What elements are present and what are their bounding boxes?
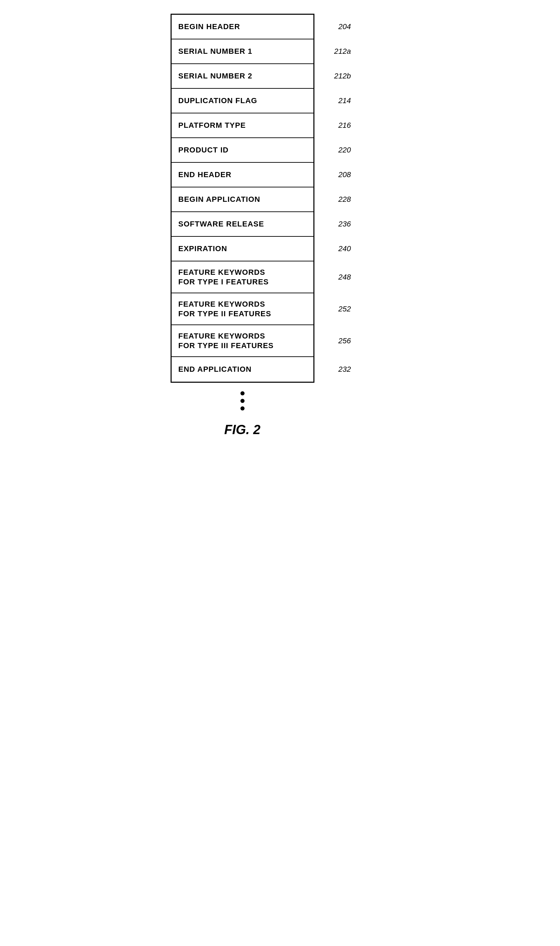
ref-num-expiration: 240: [338, 244, 351, 253]
row-label-serial-number-2: SERIAL NUMBER 2: [178, 71, 252, 81]
diagram-row-expiration: EXPIRATION240: [172, 237, 313, 262]
ref-num-begin-application: 228: [338, 195, 351, 204]
row-label-expiration: EXPIRATION: [178, 244, 228, 254]
row-label-begin-header: BEGIN HEADER: [178, 22, 240, 32]
row-label-software-release: SOFTWARE RELEASE: [178, 219, 265, 229]
ellipsis-dot: [240, 406, 245, 410]
row-label-feature-keywords-2: FEATURE KEYWORDS FOR TYPE II FEATURES: [178, 299, 271, 318]
ref-num-serial-number-1: 212a: [334, 47, 351, 56]
diagram-row-begin-header: BEGIN HEADER204: [172, 15, 313, 39]
ref-num-serial-number-2: 212b: [334, 72, 351, 80]
row-label-serial-number-1: SERIAL NUMBER 1: [178, 46, 252, 56]
diagram-row-serial-number-2: SERIAL NUMBER 2212b: [172, 64, 313, 89]
ref-num-platform-type: 216: [338, 121, 351, 130]
svg-marker-5: [315, 307, 320, 312]
diagram-row-serial-number-1: SERIAL NUMBER 1212a: [172, 39, 313, 64]
diagram-row-end-header: END HEADER208: [172, 163, 313, 187]
diagram-row-feature-keywords-1: FEATURE KEYWORDS FOR TYPE I FEATURES248: [172, 262, 313, 293]
svg-text:224: 224: [132, 290, 146, 299]
diagram-row-platform-type: PLATFORM TYPE216: [172, 113, 313, 138]
svg-text:FILE HEADER: FILE HEADER: [92, 94, 146, 103]
row-label-duplication-flag: DUPLICATION FLAG: [178, 96, 258, 106]
svg-text:APPLICATIONDEFINITION: APPLICATIONDEFINITION: [91, 273, 146, 291]
row-label-platform-type: PLATFORM TYPE: [178, 120, 246, 130]
svg-text:244: 244: [406, 305, 420, 314]
row-label-product-id: PRODUCT ID: [178, 145, 229, 155]
diagram-row-duplication-flag: DUPLICATION FLAG214: [172, 89, 313, 113]
row-label-begin-application: BEGIN APPLICATION: [178, 195, 260, 204]
figure-label: FIG. 2: [171, 422, 314, 437]
ellipsis-dot: [240, 391, 245, 395]
ellipsis-dot: [240, 399, 245, 403]
row-label-feature-keywords-3: FEATURE KEYWORDS FOR TYPE III FEATURES: [178, 331, 274, 350]
ref-num-feature-keywords-2: 252: [338, 305, 351, 313]
diagram-row-feature-keywords-3: FEATURE KEYWORDS FOR TYPE III FEATURES25…: [172, 325, 313, 357]
svg-text:200: 200: [132, 102, 146, 111]
ref-num-end-application: 232: [338, 365, 351, 374]
ref-num-software-release: 236: [338, 220, 351, 228]
ref-num-product-id: 220: [338, 146, 351, 154]
diagram-row-product-id: PRODUCT ID220: [172, 138, 313, 163]
diagram-row-software-release: SOFTWARE RELEASE236: [172, 212, 313, 237]
ref-num-duplication-flag: 214: [338, 96, 351, 105]
diagram-row-begin-application: BEGIN APPLICATION228: [172, 187, 313, 212]
ref-num-end-header: 208: [338, 170, 351, 179]
row-label-end-header: END HEADER: [178, 170, 232, 180]
ref-num-begin-header: 204: [338, 22, 351, 31]
diagram-row-end-application: END APPLICATION232: [172, 357, 313, 382]
diagram-row-feature-keywords-2: FEATURE KEYWORDS FOR TYPE II FEATURES252: [172, 293, 313, 325]
ref-num-feature-keywords-3: 256: [338, 336, 351, 345]
row-label-end-application: END APPLICATION: [178, 365, 252, 374]
ref-num-feature-keywords-1: 248: [338, 273, 351, 282]
row-label-feature-keywords-1: FEATURE KEYWORDS FOR TYPE I FEATURES: [178, 268, 269, 287]
